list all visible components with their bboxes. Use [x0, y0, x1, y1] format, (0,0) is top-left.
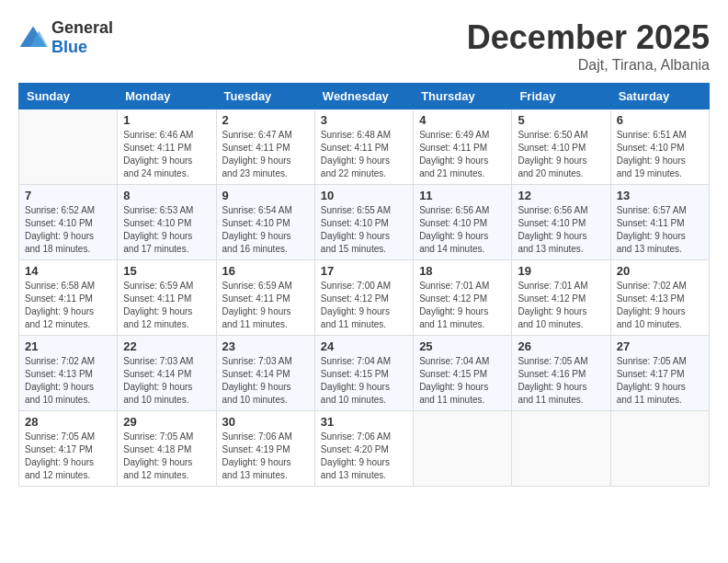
- day-info: Sunrise: 6:48 AMSunset: 4:11 PMDaylight:…: [321, 129, 407, 180]
- day-cell: 7Sunrise: 6:52 AMSunset: 4:10 PMDaylight…: [19, 185, 118, 260]
- day-info: Sunrise: 6:59 AMSunset: 4:11 PMDaylight:…: [123, 280, 210, 331]
- day-info: Sunrise: 7:03 AMSunset: 4:14 PMDaylight:…: [222, 355, 309, 407]
- day-info: Sunrise: 6:47 AMSunset: 4:11 PMDaylight:…: [222, 129, 309, 180]
- day-info: Sunrise: 7:05 AMSunset: 4:16 PMDaylight:…: [518, 355, 604, 407]
- week-row-3: 14Sunrise: 6:58 AMSunset: 4:11 PMDayligh…: [19, 260, 710, 336]
- logo: General Blue: [18, 18, 113, 57]
- day-cell: 5Sunrise: 6:50 AMSunset: 4:10 PMDaylight…: [512, 109, 610, 185]
- day-cell: 23Sunrise: 7:03 AMSunset: 4:14 PMDayligh…: [216, 336, 314, 411]
- day-number: 17: [321, 264, 407, 278]
- month-title: December 2025: [467, 18, 710, 57]
- weekday-header-wednesday: Wednesday: [314, 84, 413, 109]
- day-number: 11: [419, 189, 506, 202]
- day-cell: 11Sunrise: 6:56 AMSunset: 4:10 PMDayligh…: [414, 185, 512, 260]
- day-number: 8: [123, 189, 210, 202]
- day-info: Sunrise: 6:53 AMSunset: 4:10 PMDaylight:…: [123, 204, 210, 256]
- day-cell: 3Sunrise: 6:48 AMSunset: 4:11 PMDaylight…: [314, 109, 413, 185]
- day-number: 3: [321, 113, 407, 127]
- day-info: Sunrise: 7:01 AMSunset: 4:12 PMDaylight:…: [419, 280, 506, 331]
- day-cell: 31Sunrise: 7:06 AMSunset: 4:20 PMDayligh…: [314, 411, 413, 487]
- week-row-4: 21Sunrise: 7:02 AMSunset: 4:13 PMDayligh…: [19, 336, 710, 411]
- day-number: 10: [321, 189, 407, 202]
- day-info: Sunrise: 7:00 AMSunset: 4:12 PMDaylight:…: [321, 280, 407, 331]
- day-cell: 20Sunrise: 7:02 AMSunset: 4:13 PMDayligh…: [610, 260, 709, 336]
- day-info: Sunrise: 7:06 AMSunset: 4:19 PMDaylight:…: [222, 431, 309, 482]
- title-block: December 2025 Dajt, Tirana, Albania: [467, 18, 710, 74]
- week-row-1: 1Sunrise: 6:46 AMSunset: 4:11 PMDaylight…: [19, 109, 710, 185]
- day-number: 18: [419, 264, 506, 278]
- day-number: 21: [25, 339, 111, 353]
- day-info: Sunrise: 6:49 AMSunset: 4:11 PMDaylight:…: [419, 129, 506, 180]
- day-info: Sunrise: 6:46 AMSunset: 4:11 PMDaylight:…: [123, 129, 210, 180]
- day-number: 6: [617, 113, 703, 127]
- day-info: Sunrise: 6:52 AMSunset: 4:10 PMDaylight:…: [25, 204, 111, 256]
- day-info: Sunrise: 7:05 AMSunset: 4:17 PMDaylight:…: [617, 355, 703, 407]
- day-number: 23: [222, 339, 309, 353]
- day-number: 26: [518, 339, 604, 353]
- day-cell: 18Sunrise: 7:01 AMSunset: 4:12 PMDayligh…: [414, 260, 512, 336]
- day-cell: 28Sunrise: 7:05 AMSunset: 4:17 PMDayligh…: [19, 411, 118, 487]
- day-cell: 14Sunrise: 6:58 AMSunset: 4:11 PMDayligh…: [19, 260, 118, 336]
- day-number: 31: [321, 415, 407, 429]
- day-cell: 4Sunrise: 6:49 AMSunset: 4:11 PMDaylight…: [414, 109, 512, 185]
- day-number: 29: [123, 415, 210, 429]
- day-number: 1: [123, 113, 210, 127]
- page-header: General Blue December 2025 Dajt, Tirana,…: [18, 18, 710, 74]
- day-number: 14: [25, 264, 111, 278]
- day-cell: 25Sunrise: 7:04 AMSunset: 4:15 PMDayligh…: [414, 336, 512, 411]
- day-number: 22: [123, 339, 210, 353]
- day-cell: 16Sunrise: 6:59 AMSunset: 4:11 PMDayligh…: [216, 260, 314, 336]
- day-info: Sunrise: 6:55 AMSunset: 4:10 PMDaylight:…: [321, 204, 407, 256]
- day-cell: [414, 411, 512, 487]
- week-row-5: 28Sunrise: 7:05 AMSunset: 4:17 PMDayligh…: [19, 411, 710, 487]
- day-cell: 26Sunrise: 7:05 AMSunset: 4:16 PMDayligh…: [512, 336, 610, 411]
- logo-general: General: [51, 18, 113, 37]
- day-info: Sunrise: 7:01 AMSunset: 4:12 PMDaylight:…: [518, 280, 604, 331]
- day-number: 30: [222, 415, 309, 429]
- day-info: Sunrise: 6:50 AMSunset: 4:10 PMDaylight:…: [518, 129, 604, 180]
- day-number: 27: [617, 339, 703, 353]
- calendar: SundayMondayTuesdayWednesdayThursdayFrid…: [18, 83, 710, 487]
- day-cell: 19Sunrise: 7:01 AMSunset: 4:12 PMDayligh…: [512, 260, 610, 336]
- logo-text: General Blue: [51, 18, 113, 57]
- day-cell: 12Sunrise: 6:56 AMSunset: 4:10 PMDayligh…: [512, 185, 610, 260]
- day-number: 28: [25, 415, 111, 429]
- logo-blue: Blue: [51, 38, 87, 56]
- day-number: 16: [222, 264, 309, 278]
- day-number: 9: [222, 189, 309, 202]
- day-cell: 30Sunrise: 7:06 AMSunset: 4:19 PMDayligh…: [216, 411, 314, 487]
- day-info: Sunrise: 7:04 AMSunset: 4:15 PMDaylight:…: [419, 355, 506, 407]
- day-info: Sunrise: 7:05 AMSunset: 4:18 PMDaylight:…: [123, 431, 210, 482]
- weekday-header-monday: Monday: [118, 84, 216, 109]
- day-info: Sunrise: 7:02 AMSunset: 4:13 PMDaylight:…: [25, 355, 111, 407]
- day-info: Sunrise: 7:05 AMSunset: 4:17 PMDaylight:…: [25, 431, 111, 482]
- day-cell: 2Sunrise: 6:47 AMSunset: 4:11 PMDaylight…: [216, 109, 314, 185]
- day-cell: 1Sunrise: 6:46 AMSunset: 4:11 PMDaylight…: [118, 109, 216, 185]
- weekday-header-sunday: Sunday: [19, 84, 118, 109]
- day-cell: [512, 411, 610, 487]
- day-info: Sunrise: 6:56 AMSunset: 4:10 PMDaylight:…: [419, 204, 506, 256]
- day-number: 7: [25, 189, 111, 202]
- day-info: Sunrise: 6:58 AMSunset: 4:11 PMDaylight:…: [25, 280, 111, 331]
- day-info: Sunrise: 7:02 AMSunset: 4:13 PMDaylight:…: [617, 280, 703, 331]
- day-info: Sunrise: 6:59 AMSunset: 4:11 PMDaylight:…: [222, 280, 309, 331]
- weekday-header-friday: Friday: [512, 84, 610, 109]
- day-cell: 27Sunrise: 7:05 AMSunset: 4:17 PMDayligh…: [610, 336, 709, 411]
- day-cell: [610, 411, 709, 487]
- day-cell: 17Sunrise: 7:00 AMSunset: 4:12 PMDayligh…: [314, 260, 413, 336]
- day-number: 15: [123, 264, 210, 278]
- day-number: 4: [419, 113, 506, 127]
- day-number: 20: [617, 264, 703, 278]
- day-cell: 15Sunrise: 6:59 AMSunset: 4:11 PMDayligh…: [118, 260, 216, 336]
- day-number: 25: [419, 339, 506, 353]
- day-cell: 24Sunrise: 7:04 AMSunset: 4:15 PMDayligh…: [314, 336, 413, 411]
- logo-icon: [18, 25, 48, 51]
- day-number: 24: [321, 339, 407, 353]
- day-cell: [19, 109, 118, 185]
- day-info: Sunrise: 6:51 AMSunset: 4:10 PMDaylight:…: [617, 129, 703, 180]
- day-number: 13: [617, 189, 703, 202]
- day-info: Sunrise: 7:06 AMSunset: 4:20 PMDaylight:…: [321, 431, 407, 482]
- day-cell: 13Sunrise: 6:57 AMSunset: 4:11 PMDayligh…: [610, 185, 709, 260]
- week-row-2: 7Sunrise: 6:52 AMSunset: 4:10 PMDaylight…: [19, 185, 710, 260]
- weekday-header-saturday: Saturday: [610, 84, 709, 109]
